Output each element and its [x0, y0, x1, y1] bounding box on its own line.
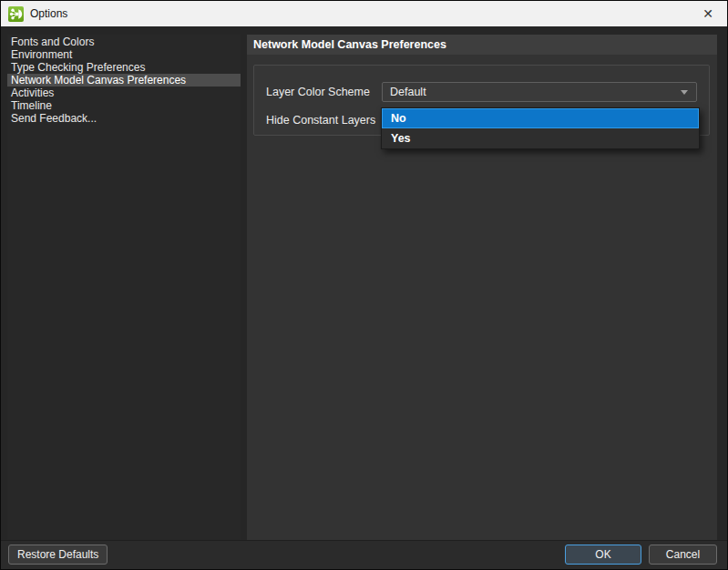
- restore-defaults-button[interactable]: Restore Defaults: [8, 545, 108, 565]
- sidebar-item-fonts-and-colors[interactable]: Fonts and Colors: [7, 36, 241, 48]
- dialog-footer: Restore Defaults OK Cancel: [1, 540, 727, 569]
- chevron-down-icon: [681, 90, 688, 95]
- hide-constant-layers-dropdown: No Yes: [381, 107, 700, 149]
- layer-color-scheme-value: Default: [390, 86, 426, 98]
- layer-color-scheme-select[interactable]: Default: [382, 82, 697, 102]
- close-icon[interactable]: ✕: [689, 1, 727, 26]
- sidebar-item-activities[interactable]: Activities: [7, 87, 241, 99]
- app-network-icon: [8, 6, 24, 22]
- cancel-button[interactable]: Cancel: [649, 545, 717, 565]
- dropdown-option-yes[interactable]: Yes: [382, 128, 699, 148]
- options-dialog: Options ✕ Fonts and Colors Environment T…: [0, 0, 728, 570]
- panel-title: Network Model Canvas Preferences: [247, 35, 717, 55]
- layer-color-scheme-label: Layer Color Scheme: [266, 82, 370, 102]
- dropdown-option-no[interactable]: No: [382, 108, 699, 128]
- ok-button[interactable]: OK: [565, 545, 641, 565]
- hide-constant-layers-label: Hide Constant Layers: [266, 110, 375, 130]
- titlebar[interactable]: Options ✕: [1, 1, 727, 26]
- sidebar-item-environment[interactable]: Environment: [7, 48, 241, 61]
- sidebar-item-network-model-canvas-preferences[interactable]: Network Model Canvas Preferences: [7, 74, 241, 87]
- preferences-panel: Network Model Canvas Preferences Layer C…: [247, 35, 717, 541]
- sidebar-item-send-feedback[interactable]: Send Feedback...: [7, 112, 241, 125]
- window-title: Options: [30, 7, 67, 20]
- sidebar-item-timeline[interactable]: Timeline: [7, 99, 241, 112]
- options-category-list: Fonts and Colors Environment Type Checki…: [7, 35, 241, 541]
- sidebar-item-type-checking-preferences[interactable]: Type Checking Preferences: [7, 61, 241, 74]
